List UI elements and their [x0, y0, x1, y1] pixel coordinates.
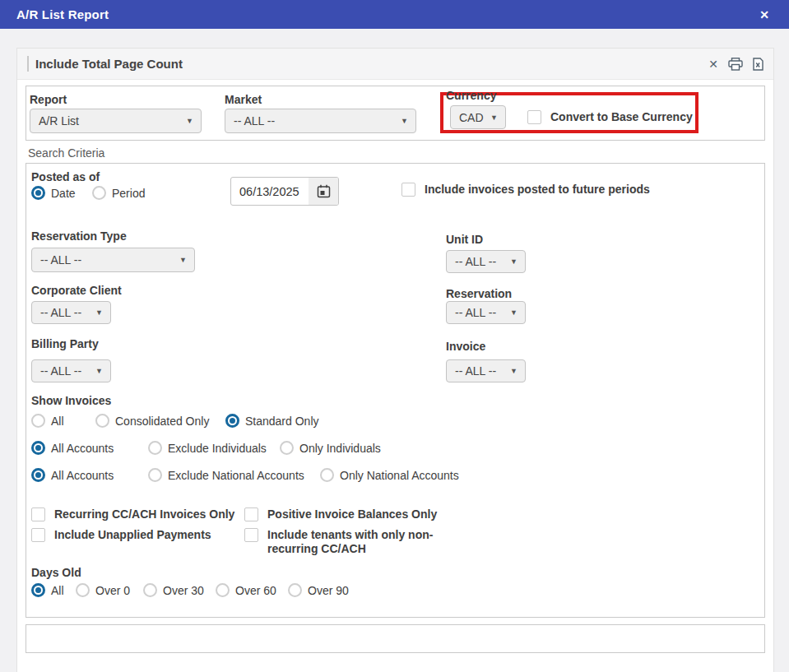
radio-over-90[interactable]: Over 90 [288, 583, 349, 597]
chevron-down-icon: ▼ [490, 114, 498, 122]
radio-icon[interactable] [148, 441, 162, 455]
chevron-down-icon: ▼ [510, 257, 517, 266]
future-periods-label: Include invoices posted to future period… [425, 183, 650, 197]
radio-all[interactable]: All [31, 414, 64, 428]
report-label: Report [30, 93, 67, 106]
radio-selected-icon[interactable] [31, 186, 45, 200]
radio-icon[interactable] [143, 583, 157, 597]
report-value: A/R List [39, 114, 79, 127]
chevron-down-icon: ▼ [510, 308, 517, 317]
reservation-type-dropdown[interactable]: -- ALL -- ▼ [31, 248, 195, 272]
radio-over-30[interactable]: Over 30 [143, 583, 204, 597]
reservation-type-label: Reservation Type [31, 229, 127, 243]
checkbox-unchecked[interactable] [31, 507, 45, 521]
radio-selected-icon[interactable] [31, 583, 45, 597]
corporate-client-label: Corporate Client [31, 284, 122, 297]
billing-party-dropdown[interactable]: -- ALL -- ▼ [31, 359, 111, 382]
radio-icon[interactable] [216, 583, 230, 597]
unit-id-label: Unit ID [446, 233, 483, 246]
panel-title: Include Total Page Count [35, 57, 183, 71]
radio-exclude-national-accounts[interactable]: Exclude National Accounts [148, 468, 304, 482]
export-excel-icon[interactable] [753, 58, 763, 71]
billing-party-label: Billing Party [31, 337, 99, 350]
radio-only-national-accounts[interactable]: Only National Accounts [320, 468, 459, 482]
currency-value: CAD [459, 111, 484, 124]
radio-icon[interactable] [92, 186, 106, 200]
radio-consolidated-only[interactable]: Consolidated Only [95, 414, 209, 428]
posted-as-of-label: Posted as of [31, 170, 100, 183]
radio-standard-only[interactable]: Standard Only [225, 414, 319, 428]
window-close-icon[interactable]: ✕ [759, 8, 769, 21]
currency-label: Currency [446, 89, 496, 102]
convert-base-currency-label: Convert to Base Currency [550, 110, 693, 124]
window-titlebar: A/R List Report ✕ [0, 0, 789, 29]
market-dropdown[interactable]: -- ALL -- ▼ [225, 109, 416, 133]
future-periods-checkbox[interactable]: Include invoices posted to future period… [401, 183, 650, 197]
radio-over-0[interactable]: Over 0 [76, 583, 130, 597]
reservation-label: Reservation [446, 287, 512, 300]
calendar-icon[interactable] [309, 178, 338, 205]
header-accent-divider [27, 56, 29, 72]
radio-icon[interactable] [288, 583, 302, 597]
days-old-label: Days Old [31, 566, 81, 579]
radio-icon[interactable] [95, 414, 109, 428]
checkbox-unchecked[interactable] [527, 110, 541, 124]
chevron-down-icon: ▼ [186, 117, 193, 125]
chevron-down-icon: ▼ [95, 367, 103, 375]
radio-icon[interactable] [31, 414, 45, 428]
radio-days-all[interactable]: All [31, 583, 64, 597]
panel-header: Include Total Page Count ✕ [17, 49, 773, 80]
positive-balances-checkbox[interactable]: Positive Invoice Balances Only [244, 507, 437, 521]
radio-selected-icon[interactable] [31, 441, 45, 455]
checkbox-unchecked[interactable] [244, 507, 258, 521]
radio-icon[interactable] [280, 441, 294, 455]
report-dialog: Include Total Page Count ✕ Report [16, 48, 774, 672]
radio-over-60[interactable]: Over 60 [216, 583, 276, 597]
show-invoices-label: Show Invoices [31, 394, 111, 407]
market-label: Market [225, 93, 262, 106]
market-value: -- ALL -- [234, 114, 275, 127]
filters-box: Report A/R List ▼ Market -- ALL -- ▼ Cur… [26, 86, 765, 141]
radio-exclude-individuals[interactable]: Exclude Individuals [148, 441, 267, 455]
radio-all-accounts-national[interactable]: All Accounts [31, 468, 114, 482]
convert-base-currency-checkbox[interactable]: Convert to Base Currency [527, 110, 693, 124]
radio-date[interactable]: Date [31, 186, 76, 200]
currency-dropdown[interactable]: CAD ▼ [450, 105, 506, 129]
radio-all-accounts-individuals[interactable]: All Accounts [31, 441, 114, 455]
radio-icon[interactable] [148, 468, 162, 482]
chevron-down-icon: ▼ [401, 117, 408, 125]
chevron-down-icon: ▼ [179, 256, 187, 264]
currency-highlight-box: Currency CAD ▼ Convert to Base Currency [440, 92, 698, 133]
search-criteria-label: Search Criteria [28, 146, 765, 160]
checkbox-unchecked[interactable] [401, 183, 415, 197]
checkbox-unchecked[interactable] [244, 528, 258, 542]
posted-date-input[interactable]: 06/13/2025 [230, 177, 339, 206]
chevron-down-icon: ▼ [510, 367, 517, 375]
checkbox-unchecked[interactable] [31, 528, 45, 542]
unapplied-payments-checkbox[interactable]: Include Unapplied Payments [31, 528, 211, 542]
corporate-client-dropdown[interactable]: -- ALL -- ▼ [31, 301, 111, 324]
footer-box [26, 624, 765, 653]
radio-period[interactable]: Period [92, 186, 145, 200]
window-title: A/R List Report [16, 7, 109, 21]
radio-only-individuals[interactable]: Only Individuals [280, 441, 381, 455]
invoice-label: Invoice [446, 340, 485, 353]
date-value: 06/13/2025 [231, 178, 309, 205]
radio-selected-icon[interactable] [31, 468, 45, 482]
close-icon[interactable]: ✕ [708, 58, 718, 70]
chevron-down-icon: ▼ [95, 308, 103, 317]
search-criteria-box: Posted as of Date Period 06/13/2025 [26, 163, 765, 618]
recurring-ccach-checkbox[interactable]: Recurring CC/ACH Invoices Only [31, 507, 234, 521]
radio-selected-icon[interactable] [225, 414, 239, 428]
invoice-dropdown[interactable]: -- ALL -- ▼ [446, 359, 526, 382]
print-icon[interactable] [728, 58, 743, 71]
non-recurring-tenants-checkbox[interactable]: Include tenants with only non-recurring … [244, 528, 462, 556]
dialog-content: Report A/R List ▼ Market -- ALL -- ▼ Cur… [17, 80, 773, 653]
report-dropdown[interactable]: A/R List ▼ [30, 109, 202, 133]
unit-id-dropdown[interactable]: -- ALL -- ▼ [446, 250, 526, 273]
radio-icon[interactable] [76, 583, 90, 597]
reservation-dropdown[interactable]: -- ALL -- ▼ [446, 301, 526, 324]
radio-icon[interactable] [320, 468, 334, 482]
